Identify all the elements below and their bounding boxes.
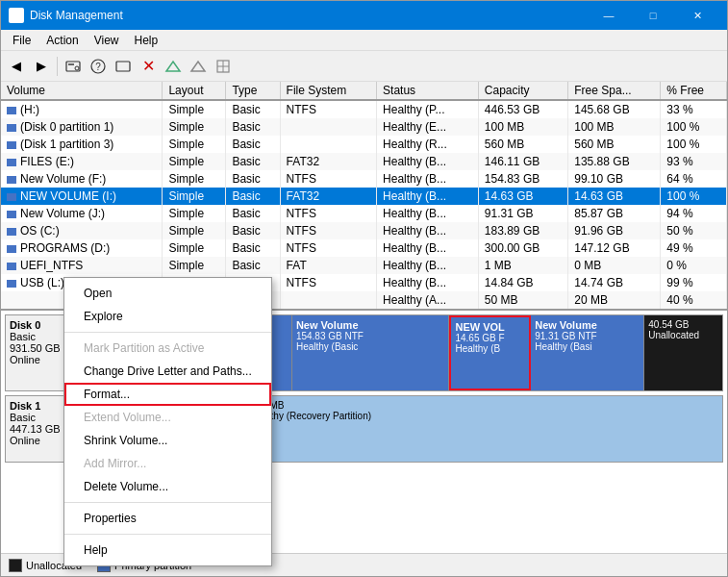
table-cell: Simple (163, 239, 226, 257)
table-cell (280, 118, 376, 136)
col-status[interactable]: Status (377, 82, 479, 100)
context-menu-item: Add Mirror... (64, 452, 271, 475)
context-menu-item[interactable]: Format... (64, 383, 271, 406)
volume-icon (7, 193, 16, 201)
context-menu: OpenExploreMark Partition as ActiveChang… (63, 277, 272, 566)
volume-icon (7, 176, 16, 184)
table-row[interactable]: OS (C:)SimpleBasicNTFSHealthy (B...183.8… (1, 222, 727, 239)
table-cell: Healthy (B... (377, 170, 479, 188)
table-cell: Healthy (B... (377, 153, 479, 170)
table-cell (280, 291, 376, 309)
table-row[interactable]: New Volume (J:)SimpleBasicNTFSHealthy (B… (1, 205, 727, 222)
table-row[interactable]: New Volume (F:)SimpleBasicNTFSHealthy (B… (1, 170, 727, 188)
toolbar-btn-5[interactable] (187, 55, 210, 78)
table-row[interactable]: PROGRAMS (D:)SimpleBasicNTFSHealthy (B..… (1, 239, 727, 257)
col-capacity[interactable]: Capacity (478, 82, 567, 100)
context-menu-item[interactable]: Change Drive Letter and Paths... (64, 360, 271, 383)
part-size: 14.65 GB F (455, 333, 525, 343)
table-cell: Basic (226, 205, 280, 222)
table-cell: Simple (163, 205, 226, 222)
part-name: NEW VOL (455, 321, 525, 333)
col-pct[interactable]: % Free (661, 82, 727, 100)
table-cell: FAT32 (280, 188, 376, 205)
context-menu-item[interactable]: Properties (64, 507, 271, 530)
col-fs[interactable]: File System (280, 82, 376, 100)
table-cell: 85.87 GB (568, 205, 661, 222)
context-menu-item[interactable]: Shrink Volume... (64, 429, 271, 452)
col-layout[interactable]: Layout (163, 82, 226, 100)
table-row[interactable]: FILES (E:)SimpleBasicFAT32Healthy (B...1… (1, 153, 727, 170)
table-cell: 146.11 GB (478, 153, 567, 170)
svg-rect-8 (116, 62, 130, 71)
menu-action[interactable]: Action (38, 32, 86, 49)
table-cell: 14.63 GB (478, 188, 567, 205)
toolbar-btn-6[interactable] (212, 55, 235, 78)
table-cell: FILES (E:) (1, 153, 163, 170)
table-cell: FAT32 (280, 153, 376, 170)
disk-0-part-newvol-j[interactable]: New Volume 91.31 GB NTF Healthy (Basi (531, 315, 644, 390)
table-row[interactable]: (Disk 1 partition 3)SimpleBasicHealthy (… (1, 136, 727, 153)
context-menu-item[interactable]: Explore (64, 305, 271, 328)
volume-table: Volume Layout Type File System Status Ca… (1, 82, 727, 309)
svg-rect-0 (11, 11, 22, 18)
part-info: Healthy (Recovery Partition) (251, 411, 718, 421)
menu-view[interactable]: View (87, 32, 127, 49)
menu-bar: File Action View Help (1, 30, 727, 51)
toolbar-btn-3[interactable] (112, 55, 135, 78)
table-cell: NEW VOLUME (I:) (1, 188, 163, 205)
table-cell: 93 % (661, 153, 727, 170)
disk-0-part-newvol-f[interactable]: New Volume 154.83 GB NTF Healthy (Basic (292, 315, 450, 390)
table-cell: Healthy (B... (377, 188, 479, 205)
volume-icon (7, 245, 16, 253)
table-row[interactable]: UEFI_NTFSSimpleBasicFATHealthy (B...1 MB… (1, 257, 727, 274)
table-cell: 100 % (661, 188, 727, 205)
table-cell: New Volume (J:) (1, 205, 163, 222)
table-cell: 49 % (661, 239, 727, 257)
table-cell: Healthy (E... (377, 118, 479, 136)
table-cell: 14.63 GB (568, 188, 661, 205)
maximize-button[interactable]: □ (631, 1, 675, 30)
disk-0-part-newvol-i[interactable]: NEW VOL 14.65 GB F Healthy (B (449, 315, 531, 390)
table-row[interactable]: NEW VOLUME (I:)SimpleBasicFAT32Healthy (… (1, 188, 727, 205)
table-cell: 14.74 GB (568, 274, 661, 291)
menu-help[interactable]: Help (127, 32, 166, 49)
menu-file[interactable]: File (5, 32, 38, 49)
col-volume[interactable]: Volume (1, 82, 163, 100)
table-cell: Healthy (R... (377, 136, 479, 153)
context-menu-item[interactable]: Delete Volume... (64, 475, 271, 498)
toolbar-btn-delete[interactable]: ✕ (137, 55, 160, 78)
context-menu-item[interactable]: Open (64, 282, 271, 305)
table-cell: Simple (163, 153, 226, 170)
disk-1-part-recovery[interactable]: 560 MB Healthy (Recovery Partition) (247, 396, 722, 462)
svg-marker-9 (166, 62, 180, 71)
table-cell: Healthy (B... (377, 274, 479, 291)
title-bar: Disk Management — □ ✕ (1, 1, 727, 30)
volume-icon (7, 107, 16, 114)
table-cell: 100 % (661, 118, 727, 136)
table-cell: 64 % (661, 170, 727, 188)
volume-icon (7, 141, 16, 149)
table-cell: Healthy (B... (377, 239, 479, 257)
table-cell: 0 MB (568, 257, 661, 274)
table-row[interactable]: (Disk 0 partition 1)SimpleBasicHealthy (… (1, 118, 727, 136)
context-menu-item[interactable]: Help (64, 539, 271, 562)
table-row[interactable]: (H:)SimpleBasicNTFSHealthy (P...446.53 G… (1, 100, 727, 118)
forward-button[interactable]: ▶ (30, 55, 53, 78)
table-cell: New Volume (F:) (1, 170, 163, 188)
col-type[interactable]: Type (226, 82, 280, 100)
col-free[interactable]: Free Spa... (568, 82, 661, 100)
table-cell: 91.31 GB (478, 205, 567, 222)
close-button[interactable]: ✕ (675, 1, 719, 30)
toolbar-btn-help[interactable]: ? (87, 55, 110, 78)
toolbar-btn-disk[interactable] (62, 55, 85, 78)
toolbar-btn-4[interactable] (162, 55, 185, 78)
table-cell: 560 MB (568, 136, 661, 153)
table-cell: 183.89 GB (478, 222, 567, 239)
table-cell: Simple (163, 188, 226, 205)
disk-0-part-unalloc[interactable]: 40.54 GB Unallocated (644, 315, 722, 390)
table-cell: 94 % (661, 205, 727, 222)
volume-icon (7, 228, 16, 236)
svg-rect-2 (12, 18, 21, 19)
minimize-button[interactable]: — (587, 1, 631, 30)
back-button[interactable]: ◀ (5, 55, 28, 78)
